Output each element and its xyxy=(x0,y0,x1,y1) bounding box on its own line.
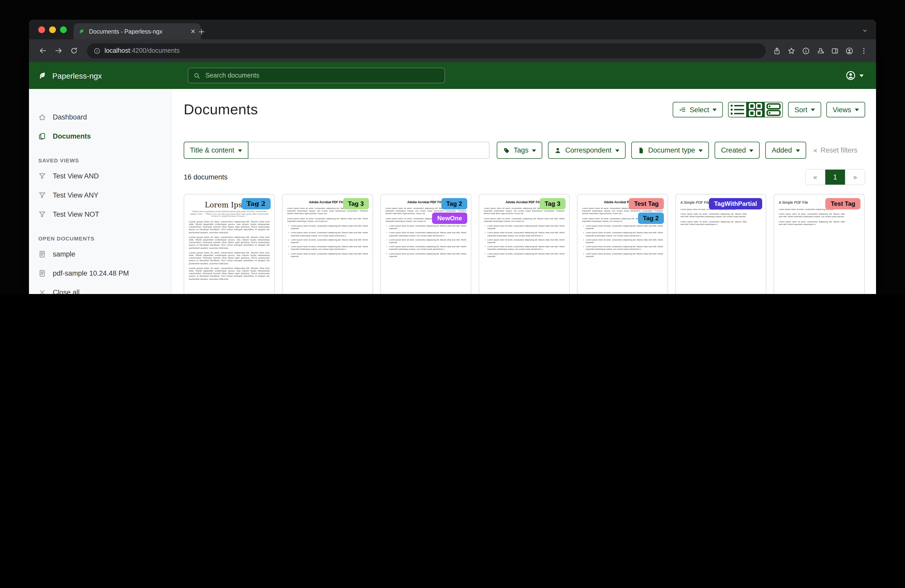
person-fill-icon xyxy=(554,147,562,154)
thumbnail-text: Lorem ipsum dolor sit amet, consectetur … xyxy=(386,224,466,230)
user-menu[interactable] xyxy=(846,70,864,81)
tab-search-chevron-icon[interactable] xyxy=(862,28,868,33)
next-page-button[interactable]: » xyxy=(845,170,865,185)
tag-badge[interactable]: Tag 2 xyxy=(638,212,664,224)
sidebar-item-test-view-not[interactable]: Test View NOT xyxy=(29,205,171,224)
tag-badge[interactable]: Tag 2 xyxy=(441,198,467,209)
browser-tab[interactable]: Documents - Paperless-ngx ✕ xyxy=(73,23,201,39)
thumbnail-text: Lorem ipsum dolor sit amet, consectetur … xyxy=(386,238,466,244)
extensions-puzzle-icon[interactable] xyxy=(816,47,824,55)
reload-button[interactable] xyxy=(66,46,82,55)
close-icon: × xyxy=(813,147,817,154)
tag-badge[interactable]: TagWithPartial xyxy=(709,198,762,209)
search-icon xyxy=(194,72,200,79)
sort-button[interactable]: Sort xyxy=(788,102,821,117)
bookmark-star-icon[interactable] xyxy=(788,47,795,55)
caret-down-icon xyxy=(749,149,754,152)
document-card[interactable]: A Simple PDF FileLorem ipsum dolor sit a… xyxy=(773,194,865,294)
forward-button[interactable] xyxy=(51,46,66,55)
browser-menu-kebab-icon[interactable] xyxy=(860,47,868,55)
document-thumbnail[interactable]: Adobe Acrobat PDF FilesLorem ipsum dolor… xyxy=(283,195,373,293)
address-bar[interactable]: localhost:4200/documents xyxy=(87,43,766,58)
sidebar-item-sample[interactable]: sample xyxy=(29,245,171,264)
sidebar-item-test-view-any[interactable]: Test View ANY xyxy=(29,185,171,205)
thumbnail-text: Lorem ipsum dolor sit amet, consectetur … xyxy=(287,224,368,230)
title-content-field-button[interactable]: Title & content xyxy=(184,142,248,159)
previous-page-button[interactable]: « xyxy=(806,170,825,185)
select-button[interactable]: Select xyxy=(673,102,723,117)
tag-badge[interactable]: NewOne xyxy=(432,212,467,224)
document-thumbnail[interactable]: A Simple PDF FileLorem ipsum dolor sit a… xyxy=(676,195,766,293)
filter-added-button[interactable]: Added xyxy=(765,142,806,159)
document-thumbnail[interactable]: Adobe Acrobat PDF FilesLorem ipsum dolor… xyxy=(578,195,667,293)
tag-badge[interactable]: Test Tag xyxy=(629,198,664,209)
document-card[interactable]: A Simple PDF FileLorem ipsum dolor sit a… xyxy=(675,194,766,294)
detail-view-button[interactable] xyxy=(765,102,783,117)
reset-filters-button[interactable]: ×Reset filters xyxy=(813,146,857,154)
grid-view-button[interactable] xyxy=(746,102,765,117)
sidebar-item-dashboard[interactable]: Dashboard xyxy=(29,108,171,127)
close-icon xyxy=(38,288,46,294)
document-card[interactable]: Adobe Acrobat PDF FilesLorem ipsum dolor… xyxy=(577,194,668,294)
sidebar-item-pdf-sample-10-24-48-pm[interactable]: pdf-sample 10.24.48 PM xyxy=(29,264,171,283)
filter-created-button[interactable]: Created xyxy=(715,142,760,159)
tab-title: Documents - Paperless-ngx xyxy=(89,28,186,34)
tag-badge[interactable]: Test Tag xyxy=(826,198,861,209)
document-thumbnail[interactable]: A Simple PDF FileLorem ipsum dolor sit a… xyxy=(774,195,864,293)
filter-icon xyxy=(38,172,46,180)
share-icon[interactable] xyxy=(773,47,781,55)
filter-document-type-button[interactable]: Document type xyxy=(631,142,709,159)
minimize-window-button[interactable] xyxy=(49,26,56,33)
thumbnail-text: Lorem ipsum dolor sit amet, consectetur … xyxy=(287,238,368,244)
display-mode-toggle xyxy=(728,102,783,117)
maximize-window-button[interactable] xyxy=(60,26,67,33)
thumbnail-text: Lorem ipsum dolor sit amet, consectetur … xyxy=(484,224,565,230)
sidebar-item-label: Documents xyxy=(53,132,91,140)
sidebar-item-close-all[interactable]: Close all xyxy=(29,283,171,294)
thumbnail-text: Lorem ipsum dolor sit amet, consectetur … xyxy=(779,212,845,218)
document-card[interactable]: Adobe Acrobat PDF FilesLorem ipsum dolor… xyxy=(282,194,373,294)
search-input[interactable] xyxy=(205,71,439,80)
current-page-button[interactable]: 1 xyxy=(825,170,845,185)
back-button[interactable] xyxy=(35,46,51,55)
document-thumbnail[interactable]: Adobe Acrobat PDF FilesLorem ipsum dolor… xyxy=(381,195,471,293)
caret-down-icon xyxy=(238,149,242,152)
extension-info-icon[interactable] xyxy=(802,47,810,55)
document-card[interactable]: Adobe Acrobat PDF FilesLorem ipsum dolor… xyxy=(380,194,472,294)
global-search[interactable] xyxy=(188,68,445,83)
list-view-button[interactable] xyxy=(729,102,746,117)
new-tab-button[interactable] xyxy=(198,28,205,36)
tab-close-icon[interactable]: ✕ xyxy=(191,28,195,35)
tag-badge[interactable]: Tag 2 xyxy=(241,198,271,209)
home-icon xyxy=(38,113,46,121)
document-title: Correspondent 2: pdf-sample 10.24.48 PM xyxy=(283,293,373,294)
tag-badge[interactable]: Tag 3 xyxy=(540,198,565,209)
filter-tags-button[interactable]: Tags xyxy=(497,142,543,159)
filter-correspondent-button[interactable]: Correspondent xyxy=(548,142,626,159)
brand[interactable]: Paperless-ngx xyxy=(29,71,171,80)
title-content-input[interactable] xyxy=(248,142,489,159)
tag-badges: Test Tag xyxy=(826,198,861,209)
document-thumbnail[interactable]: Lorem Ipsum"Neque porro quisquam est qui… xyxy=(184,195,274,293)
sidebar-item-test-view-and[interactable]: Test View AND xyxy=(29,166,171,185)
user-avatar-icon xyxy=(846,70,856,81)
document-count: 16 documents xyxy=(184,173,228,181)
document-card[interactable]: Adobe Acrobat PDF FilesLorem ipsum dolor… xyxy=(479,194,570,294)
thumbnail-text: Lorem ipsum dolor sit amet, consectetur … xyxy=(484,231,565,237)
close-window-button[interactable] xyxy=(38,26,45,33)
document-thumbnail[interactable]: Adobe Acrobat PDF FilesLorem ipsum dolor… xyxy=(479,195,569,293)
window-controls xyxy=(38,26,67,33)
documents-icon xyxy=(38,132,46,140)
sidebar-item-documents[interactable]: Documents xyxy=(29,127,171,146)
thumbnail-text: Lorem ipsum dolor sit amet, consectetur … xyxy=(484,252,565,258)
browser-profile-icon[interactable] xyxy=(846,47,853,55)
site-info-icon[interactable] xyxy=(94,47,100,54)
tag-badge[interactable]: Tag 3 xyxy=(343,198,369,209)
document-title: Correspondent 2: sample xyxy=(774,293,864,294)
app-body: DashboardDocumentsSAVED VIEWSTest View A… xyxy=(29,89,876,294)
side-panel-icon[interactable] xyxy=(831,47,839,55)
thumbnail-text: Lorem ipsum dolor sit amet, consectetur … xyxy=(189,220,270,234)
views-button[interactable]: Views xyxy=(826,102,865,117)
document-card[interactable]: Lorem Ipsum"Neque porro quisquam est qui… xyxy=(184,194,275,294)
thumbnail-text: Lorem ipsum dolor sit amet, consectetur … xyxy=(189,236,270,249)
